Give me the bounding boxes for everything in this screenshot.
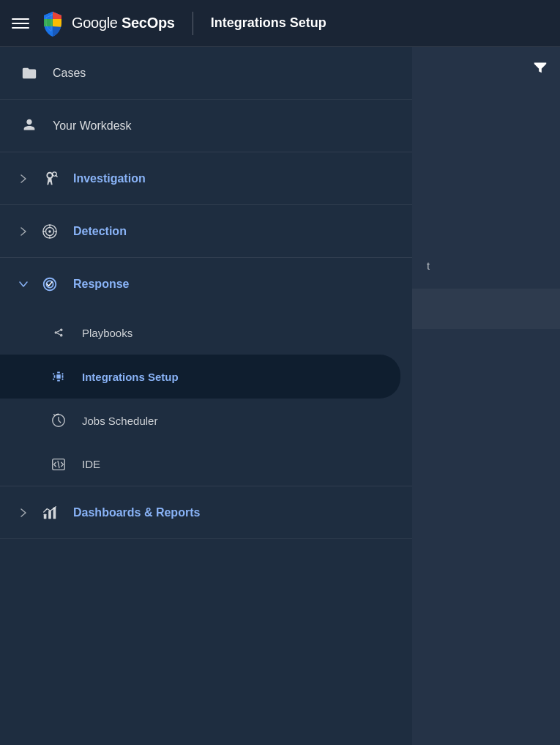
main-layout: Cases Your Workdesk	[0, 47, 560, 745]
menu-button[interactable]	[12, 18, 29, 29]
investigation-chevron-icon	[18, 174, 29, 184]
svg-rect-17	[44, 514, 47, 518]
sidebar-item-response[interactable]: Response	[0, 258, 412, 311]
response-label: Response	[73, 278, 129, 291]
response-icon	[38, 273, 61, 296]
detection-icon	[38, 220, 61, 243]
svg-point-10	[60, 329, 63, 332]
sidebar-item-detection[interactable]: Detection	[0, 205, 412, 258]
sidebar-item-playbooks[interactable]: Playbooks	[0, 311, 412, 355]
sidebar-item-investigation[interactable]: Investigation	[0, 152, 412, 205]
detection-chevron-icon	[18, 226, 29, 237]
filter-icon[interactable]	[532, 59, 548, 79]
svg-line-12	[57, 330, 60, 332]
svg-line-13	[57, 333, 60, 335]
ide-label: IDE	[82, 458, 100, 470]
content-row-1	[412, 289, 560, 329]
dashboards-icon	[38, 501, 61, 525]
response-chevron-icon	[18, 281, 29, 288]
detection-label: Detection	[73, 225, 127, 238]
svg-line-16	[58, 461, 59, 467]
svg-rect-18	[48, 511, 51, 519]
sidebar-item-dashboards[interactable]: Dashboards & Reports	[0, 486, 412, 539]
svg-point-4	[48, 230, 51, 233]
logo: Google SecOps	[41, 10, 175, 37]
shield-logo-icon	[41, 10, 64, 37]
ide-icon	[47, 453, 70, 476]
svg-line-1	[56, 175, 57, 177]
jobs-scheduler-label: Jobs Scheduler	[82, 415, 157, 427]
sidebar-item-workdesk[interactable]: Your Workdesk	[0, 100, 412, 152]
folder-icon	[18, 62, 41, 85]
svg-point-11	[60, 334, 63, 337]
header: Google SecOps Integrations Setup	[0, 0, 560, 47]
integrations-setup-label: Integrations Setup	[82, 371, 179, 383]
jobs-icon	[47, 409, 70, 432]
header-title: Integrations Setup	[211, 15, 326, 31]
workdesk-icon	[18, 114, 41, 138]
sidebar: Cases Your Workdesk	[0, 47, 412, 745]
content-partial-text: t	[427, 259, 430, 272]
svg-point-9	[55, 331, 58, 334]
dashboards-chevron-icon	[18, 508, 29, 518]
sidebar-item-integrations-setup[interactable]: Integrations Setup	[0, 355, 400, 399]
playbooks-icon	[47, 321, 70, 344]
svg-rect-19	[53, 507, 56, 519]
sidebar-item-cases[interactable]: Cases	[0, 47, 412, 100]
workdesk-label: Your Workdesk	[53, 119, 132, 133]
playbooks-label: Playbooks	[82, 327, 132, 339]
logo-text: Google SecOps	[72, 15, 175, 31]
investigation-label: Investigation	[73, 172, 146, 185]
content-area: t	[412, 47, 560, 745]
dashboards-label: Dashboards & Reports	[73, 506, 200, 519]
integrations-icon	[47, 365, 70, 388]
sidebar-item-jobs-scheduler[interactable]: Jobs Scheduler	[0, 399, 412, 442]
header-divider	[193, 12, 193, 35]
sidebar-item-ide[interactable]: IDE	[0, 442, 412, 486]
investigation-icon	[38, 167, 61, 190]
cases-label: Cases	[53, 67, 86, 80]
